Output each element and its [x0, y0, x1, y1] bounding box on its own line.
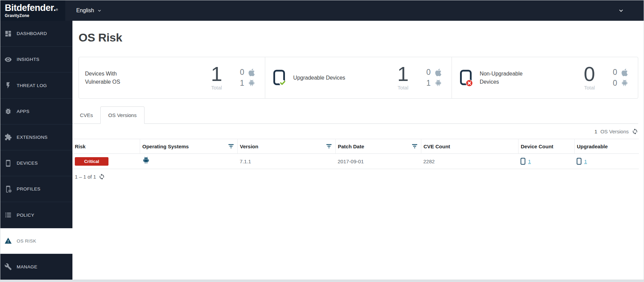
os-versions-table: Risk Operating Systems Version Patch Dat…	[72, 139, 639, 169]
android-count: 1	[426, 79, 431, 87]
chevron-down-icon	[618, 8, 624, 14]
phone-icon	[521, 158, 525, 165]
device-count-link[interactable]: 1	[528, 159, 531, 164]
brand-logo: Bitdefender.® GravityZone	[0, 0, 65, 21]
apple-count: 0	[426, 68, 431, 76]
tab-cves[interactable]: CVEs	[72, 106, 100, 123]
lightning-icon	[4, 81, 12, 89]
apple-icon	[435, 69, 442, 76]
account-menu-toggle[interactable]	[618, 8, 624, 14]
tab-os-versions[interactable]: OS Versions	[100, 106, 144, 124]
apple-icon	[248, 69, 255, 76]
refresh-icon[interactable]	[632, 128, 638, 135]
column-header-upgradeable: Upgradeable	[574, 139, 639, 154]
tablet-check-icon	[271, 68, 287, 87]
sidebar-item-devices[interactable]: DEVICES	[0, 150, 72, 176]
card-label: Upgradeable Devices	[293, 74, 345, 82]
sidebar-item-apps[interactable]: APPS	[0, 98, 72, 124]
language-label: English	[76, 7, 94, 14]
apple-count: 0	[613, 68, 617, 76]
android-count: 0	[613, 79, 617, 87]
card-label: Devices With Vulnerable OS	[85, 70, 139, 86]
sidebar-item-threat-log[interactable]: THREAT LOG	[0, 72, 72, 98]
filter-icon[interactable]	[412, 144, 418, 149]
sidebar-item-label: EXTENSIONS	[17, 135, 48, 140]
sidebar-item-label: MANAGE	[17, 264, 37, 269]
sidebar-item-extensions[interactable]: EXTENSIONS	[0, 124, 72, 150]
android-icon	[248, 80, 255, 87]
filter-icon[interactable]	[228, 144, 234, 149]
refresh-icon[interactable]	[99, 173, 105, 180]
sidebar: DASHBOARD INSIGHTS THREAT LOG APPS EXTEN…	[0, 21, 72, 280]
sidebar-item-label: THREAT LOG	[17, 83, 47, 88]
card-upgradeable: Upgradeable Devices 1 Total 0	[265, 57, 451, 98]
total-label: Total	[397, 85, 408, 90]
column-header-version: Version	[237, 139, 335, 154]
main-layout: DASHBOARD INSIGHTS THREAT LOG APPS EXTEN…	[0, 21, 644, 280]
list-summary: 1 OS Versions	[72, 128, 638, 135]
os-versions-label: OS Versions	[600, 129, 629, 134]
app-window: Bitdefender.® GravityZone English DASHBO…	[0, 0, 644, 280]
upgradeable-count-link[interactable]: 1	[584, 159, 587, 164]
sidebar-item-manage[interactable]: MANAGE	[0, 254, 72, 280]
sidebar-item-os-risk[interactable]: OS RISK	[0, 228, 72, 254]
column-header-device-count: Device Count	[518, 139, 574, 154]
registered-mark: ®	[56, 8, 58, 12]
total-count: 1	[211, 65, 222, 83]
pagination: 1 – 1 of 1	[75, 173, 638, 180]
tablet-gear-icon	[4, 185, 12, 193]
sidebar-item-dashboard[interactable]: DASHBOARD	[0, 21, 72, 46]
table-row[interactable]: Critical 7.1.1 2017-09-01 2282 1	[72, 154, 639, 169]
content-area: OS Risk Devices With Vulnerable OS 1 Tot…	[72, 21, 644, 280]
sidebar-item-profiles[interactable]: PROFILES	[0, 176, 72, 202]
warning-triangle-icon	[4, 237, 12, 245]
table-header-row: Risk Operating Systems Version Patch Dat…	[72, 139, 639, 154]
bug-icon	[4, 107, 12, 115]
android-count: 1	[240, 79, 244, 87]
column-header-patch-date: Patch Date	[335, 139, 421, 154]
cell-version: 7.1.1	[237, 154, 335, 169]
pagination-range: 1 – 1 of 1	[75, 174, 96, 180]
page-title: OS Risk	[79, 31, 638, 44]
wrench-icon	[4, 263, 12, 271]
cell-operating-systems	[140, 154, 237, 169]
brand-product: GravityZone	[5, 13, 58, 18]
column-header-risk: Risk	[72, 139, 140, 154]
topbar: Bitdefender.® GravityZone English	[0, 0, 644, 21]
language-selector[interactable]: English	[76, 7, 101, 14]
sidebar-item-label: DEVICES	[17, 161, 38, 166]
puzzle-icon	[4, 133, 12, 141]
os-versions-count: 1	[594, 129, 597, 134]
sidebar-item-label: APPS	[17, 109, 30, 114]
cell-cve-count: 2282	[421, 154, 518, 169]
total-label: Total	[211, 85, 222, 90]
column-header-cve-count: CVE Count	[421, 139, 518, 154]
sidebar-item-label: DASHBOARD	[17, 31, 47, 36]
chevron-down-icon	[97, 9, 102, 13]
apple-count: 0	[240, 68, 244, 76]
list-icon	[4, 211, 12, 219]
total-count: 1	[397, 65, 408, 83]
card-vulnerable-os: Devices With Vulnerable OS 1 Total 0	[79, 57, 265, 98]
card-label: Non-Upgradeable Devices	[480, 70, 534, 86]
risk-badge: Critical	[75, 157, 108, 166]
total-label: Total	[584, 85, 595, 90]
sidebar-item-label: POLICY	[17, 213, 34, 218]
cell-upgradeable: 1	[574, 154, 639, 169]
android-icon	[621, 80, 628, 87]
smartphone-icon	[4, 159, 12, 167]
sidebar-item-label: INSIGHTS	[17, 57, 39, 62]
filter-icon[interactable]	[326, 144, 332, 149]
tab-bar: CVEs OS Versions	[72, 106, 638, 124]
sidebar-item-policy[interactable]: POLICY	[0, 202, 72, 228]
android-icon	[435, 80, 442, 87]
total-count: 0	[584, 65, 595, 83]
cell-device-count: 1	[518, 154, 574, 169]
tablet-x-icon	[458, 68, 474, 87]
cell-risk: Critical	[72, 154, 140, 169]
phone-icon	[577, 158, 581, 165]
apple-icon	[621, 69, 628, 76]
dashboard-icon	[4, 30, 12, 38]
sidebar-item-insights[interactable]: INSIGHTS	[0, 46, 72, 72]
cell-patch-date: 2017-09-01	[335, 154, 421, 169]
